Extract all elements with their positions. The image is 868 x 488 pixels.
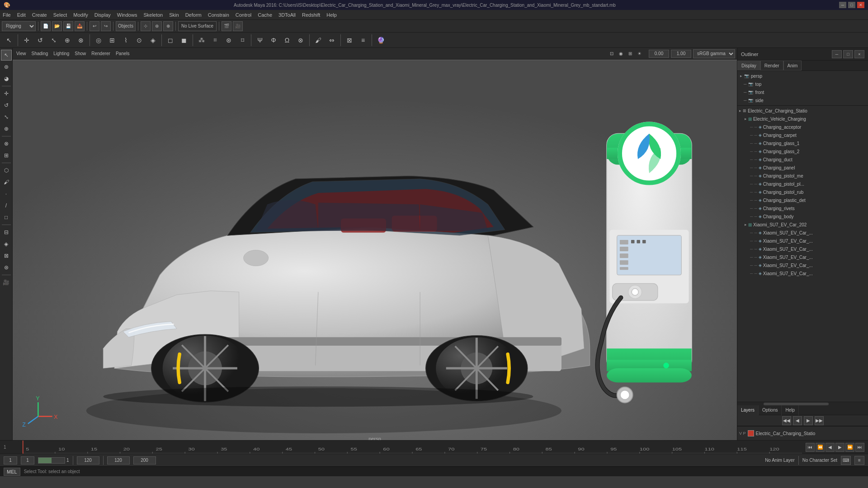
menu-create[interactable]: Create	[32, 12, 47, 18]
ik-icon[interactable]: Ψ	[254, 34, 266, 47]
outliner-close[interactable]: ×	[854, 50, 864, 58]
snap-grid-icon[interactable]: ⊞	[106, 34, 118, 47]
tree-charging-panel[interactable]: ─ ─ ◈ Charging_panel	[737, 164, 868, 172]
menu-skeleton[interactable]: Skeleton	[143, 12, 163, 18]
gamma-dropdown[interactable]: sRGB gamma Linear	[693, 49, 735, 58]
ikrp-icon[interactable]: Φ	[267, 34, 280, 47]
tree-charging-duct[interactable]: ─ ─ ◈ Charging_duct	[737, 155, 868, 164]
tree-charging-carpet[interactable]: ─ ─ ◈ Charging_carpet	[737, 131, 868, 139]
wrap-icon[interactable]: ⊛	[222, 34, 235, 47]
paint-select-tool[interactable]: ⊕	[163, 21, 173, 31]
universal-manip-icon[interactable]: ⊕	[61, 34, 74, 47]
char-set-button2[interactable]: ≡	[854, 456, 864, 465]
outliner-tree[interactable]: ▸ ⊞ Electric_Car_Charging_Statio ▸ ⊞ Ele…	[737, 106, 868, 402]
nav-next-next[interactable]: ▶▶	[815, 416, 824, 425]
wire-icon[interactable]: ⌑	[236, 34, 249, 47]
nav-prev[interactable]: ◀	[793, 416, 802, 425]
soft-mod-button[interactable]: ⊗	[1, 138, 12, 149]
snap-point-icon[interactable]: ⊙	[133, 34, 146, 47]
tree-xiaomi-2[interactable]: ─ ─ ◈ Xiaomi_SU7_EV_Car_...	[737, 237, 868, 245]
frame-end-input[interactable]	[77, 456, 99, 465]
create-poly-button[interactable]: ⬡	[1, 165, 12, 176]
minimize-button[interactable]: ─	[839, 2, 846, 8]
frame-start-input[interactable]	[4, 456, 17, 465]
camera-top[interactable]: ─ 📷 top	[739, 80, 866, 88]
anim-play-forward[interactable]: ▶	[835, 443, 844, 452]
menu-display[interactable]: Display	[94, 12, 111, 18]
renderer-menu[interactable]: Renderer	[90, 49, 112, 58]
menu-deform[interactable]: Deform	[185, 12, 202, 18]
viewport-canvas[interactable]: X Y Z persp	[13, 60, 737, 445]
tree-charging-pistol-pl[interactable]: ─ ─ ◈ Charging_pistol_pl...	[737, 180, 868, 188]
face-select-button[interactable]: □	[1, 212, 12, 223]
tree-charging-acceptor[interactable]: ─ ─ ◈ Charging_acceptor	[737, 123, 868, 131]
universal-tool-button[interactable]: ⊕	[1, 123, 12, 134]
shading-menu[interactable]: Shading	[30, 49, 50, 58]
paint-select-button[interactable]: ◕	[1, 73, 12, 84]
anim-play-back[interactable]: ◀	[826, 443, 835, 452]
save-scene-button[interactable]: 💾	[63, 21, 73, 31]
objects-button[interactable]: Objects	[116, 21, 136, 31]
smooth-shade-icon[interactable]: ◉	[617, 49, 625, 58]
cluster-icon[interactable]: ⁂	[195, 34, 208, 47]
lasso-tool-button[interactable]: ⊛	[1, 61, 12, 72]
scale-icon[interactable]: ⤡	[47, 34, 60, 47]
lighting-icon[interactable]: ☀	[636, 49, 643, 58]
anim-go-end[interactable]: ⏭	[855, 443, 864, 452]
move-tool-button[interactable]: ✛	[1, 88, 12, 99]
select-icon[interactable]: ↖	[3, 34, 15, 47]
tree-charging-plastic[interactable]: ─ ─ ◈ Charging_plastic_det	[737, 196, 868, 204]
save-as-button[interactable]: 📥	[75, 21, 85, 31]
nav-prev-prev[interactable]: ◀◀	[782, 416, 791, 425]
camera-persp[interactable]: ▸ 📷 persp	[739, 72, 866, 80]
anim-go-start[interactable]: ⏮	[806, 443, 815, 452]
tree-charging-glass1[interactable]: ─ ─ ◈ Charging_glass_1	[737, 139, 868, 147]
view-menu[interactable]: View	[14, 49, 28, 58]
nav-next[interactable]: ▶	[804, 416, 813, 425]
menu-modify[interactable]: Modify	[73, 12, 88, 18]
menu-3dtoall[interactable]: 3DToAll	[278, 12, 296, 18]
tree-charging-pistol-rub[interactable]: ─ ─ ◈ Charging_pistol_rub	[737, 188, 868, 196]
menu-control[interactable]: Control	[236, 12, 251, 18]
menu-file[interactable]: File	[3, 12, 11, 18]
snap-curve-icon[interactable]: ⌇	[119, 34, 132, 47]
iksc-icon[interactable]: Ω	[281, 34, 293, 47]
tree-charging-body[interactable]: ─ ─ ◈ Charging_body	[737, 212, 868, 221]
menu-select[interactable]: Select	[53, 12, 67, 18]
anim-next-frame[interactable]: ⏩	[845, 443, 854, 452]
tree-ev-charging-group[interactable]: ▸ ⊞ Electric_Vehicle_Charging	[737, 115, 868, 123]
open-scene-button[interactable]: 📂	[52, 21, 62, 31]
new-scene-button[interactable]: 📄	[41, 21, 51, 31]
show-menu[interactable]: Show	[73, 49, 88, 58]
value1-input[interactable]	[649, 50, 669, 58]
tree-xiaomi-group[interactable]: ▸ ⊞ Xiaomi_SU7_EV_Car_202	[737, 221, 868, 229]
undo-button[interactable]: ↩	[90, 21, 99, 31]
maximize-button[interactable]: □	[848, 2, 855, 8]
render-cam-button[interactable]: 🎥	[1, 277, 12, 288]
vertex-select-button[interactable]: ·	[1, 188, 12, 199]
edge-select-button[interactable]: /	[1, 200, 12, 211]
frame-max-input[interactable]	[133, 456, 156, 465]
anim-tab[interactable]: Anim	[783, 61, 802, 70]
timeline-area[interactable]: 1 5 10 15 20 25 30 35 40 45 50 55	[0, 440, 868, 454]
outliner-minimize[interactable]: ─	[832, 50, 842, 58]
render-button[interactable]: 🎬	[222, 21, 231, 31]
camera-front[interactable]: ─ 📷 front	[739, 88, 866, 96]
menu-help[interactable]: Help	[326, 12, 337, 18]
attr-editor-icon[interactable]: ≡	[357, 34, 369, 47]
panels-menu[interactable]: Panels	[114, 49, 132, 58]
timeline-numbers[interactable]: 5 10 15 20 25 30 35 40 45 50 55 60 65 70…	[23, 441, 802, 454]
rp-options-tab[interactable]: Options	[759, 405, 782, 415]
merge-button[interactable]: ⊛	[1, 262, 12, 273]
render-settings-icon[interactable]: 🔮	[374, 34, 387, 47]
frame-current-input[interactable]	[21, 456, 34, 465]
display-tab[interactable]: Display	[737, 61, 760, 70]
hide-icon[interactable]: ◻	[164, 34, 177, 47]
bevel-button[interactable]: ◈	[1, 239, 12, 249]
lattice-icon[interactable]: ⌗	[209, 34, 222, 47]
menu-constrain[interactable]: Constrain	[208, 12, 229, 18]
tree-xiaomi-4[interactable]: ─ ─ ◈ Xiaomi_SU7_EV_Car_...	[737, 253, 868, 261]
paint-weight-icon[interactable]: 🖌	[312, 34, 325, 47]
lighting-menu[interactable]: Lighting	[52, 49, 71, 58]
soft-mod-icon[interactable]: ⊗	[75, 34, 87, 47]
